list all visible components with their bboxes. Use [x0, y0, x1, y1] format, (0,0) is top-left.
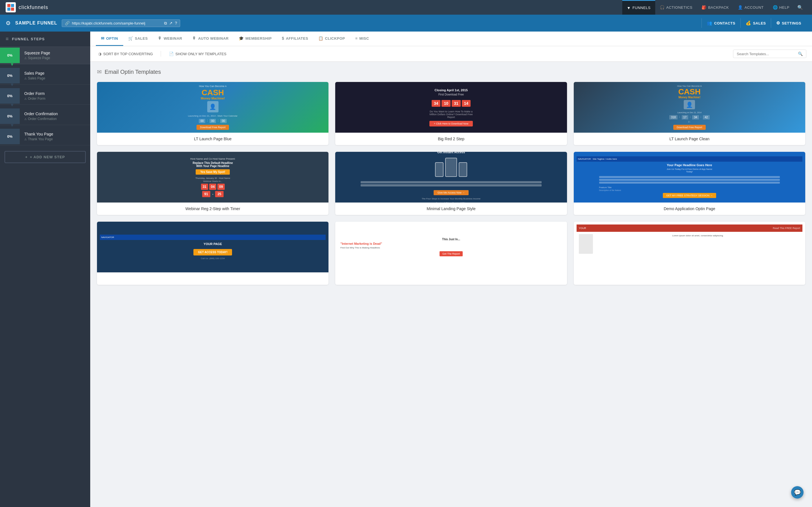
step-arrow-sales: ▼ — [10, 82, 14, 87]
step-info-thank-you: Thank You Page ⚠ Thank You Page — [20, 128, 90, 145]
template-label-webinar-reg: Webinar Reg 2-Step with Timer — [97, 203, 328, 215]
funnel-step-order-form[interactable]: 0% Order Form ⚠ Order Form — [0, 87, 90, 105]
settings-icon: ⚙ — [776, 20, 780, 25]
misc-tab-icon: ≡ — [355, 36, 358, 41]
template-card-demo[interactable]: NAVIGATOR · Site Tagline / motto here Yo… — [574, 152, 805, 215]
step-arrow-order-form: ▼ — [10, 103, 14, 108]
template-card-webinar-reg[interactable]: Host Name and Co Host Name Present: Repl… — [97, 152, 328, 215]
section-title: ✉ Email Optin Templates — [97, 68, 805, 75]
sales-header-icon: 💰 — [746, 20, 751, 25]
nav-item-funnels[interactable]: ▼ FUNNELS — [622, 0, 655, 15]
template-card-lt-launch-blue[interactable]: How You Can Become A CASH Money Machine!… — [97, 82, 328, 145]
template-thumb-webinar-reg: Host Name and Co Host Name Present: Repl… — [97, 152, 328, 203]
add-step-button[interactable]: + + ADD NEW STEP — [4, 151, 86, 163]
step-sub-label-sales: Sales Page — [28, 76, 45, 80]
step-info-squeeze: Squeeze Page ⚠ Squeeze Page — [20, 47, 90, 64]
template-card-navigator[interactable]: NAVIGATOR YOUR PAGE GET ACCESS TODAY! Ca… — [97, 222, 328, 285]
search-box: 🔍 — [733, 50, 806, 58]
nav-label-funnels: FUNNELS — [632, 6, 651, 10]
tab-affiliates[interactable]: $ AFFILIATES — [277, 32, 313, 46]
step-name-squeeze: Squeeze Page — [24, 51, 86, 55]
copy-url-button[interactable]: ⧉ — [164, 21, 167, 25]
template-label-lt-launch-clean: LT Launch Page Clean — [574, 133, 805, 145]
step-warning-icon-sales: ⚠ — [24, 77, 27, 80]
template-thumb-big-red-2step: Closing April 1st, 2015 First Download F… — [335, 82, 567, 133]
step-name-thank-you: Thank You Page — [24, 132, 86, 136]
add-icon: + — [26, 155, 28, 159]
step-arrow-squeeze: ▼ — [10, 62, 14, 67]
template-card-cover[interactable]: YOUR Read This FREE Report Lorem ipsum d… — [574, 222, 805, 285]
sort-button[interactable]: ◑ SORT BY TOP CONVERTING — [96, 50, 155, 57]
menu-icon: ≡ — [6, 36, 9, 42]
template-thumb-cover: YOUR Read This FREE Report Lorem ipsum d… — [574, 222, 805, 272]
nav-item-account[interactable]: 👤 ACCOUNT — [733, 0, 768, 15]
templates-grid: How You Can Become A CASH Money Machine!… — [97, 82, 805, 215]
sales-tab-icon: 🛒 — [128, 36, 133, 41]
step-sub-squeeze: ⚠ Squeeze Page — [24, 56, 86, 60]
nav-item-help[interactable]: 🌐 HELP — [768, 0, 794, 15]
template-label-navigator: Navigator — [97, 272, 328, 285]
tab-webinar[interactable]: 🎙 WEBINAR — [153, 32, 187, 46]
chat-bubble-button[interactable]: 💬 — [791, 486, 804, 499]
tab-auto-webinar[interactable]: 🎙 AUTO WEBINAR — [187, 32, 234, 46]
show-label: SHOW ONLY MY TEMPLATES — [175, 52, 226, 56]
show-my-templates-button[interactable]: 📄 SHOW ONLY MY TEMPLATES — [167, 50, 229, 57]
tab-clickpop[interactable]: 📋 CLICKPOP — [313, 32, 350, 46]
sales-button[interactable]: 💰 SALES — [741, 18, 771, 28]
template-card-minimal[interactable]: Get Instant Access Give Me Access Now → … — [335, 152, 567, 215]
misc-tab-label: MISC — [359, 36, 369, 41]
step-name-order-confirm: Order Confirmation — [24, 112, 86, 116]
step-sub-label-thank-you: Thank You Page — [28, 137, 53, 141]
funnel-url-bar: 🔗 https://kajabi.clickfunnels.com/sample… — [62, 19, 180, 27]
step-wrapper-sales: 0% Sales Page ⚠ Sales Page ▼ — [0, 67, 90, 84]
step-wrapper-order-form: 0% Order Form ⚠ Order Form ▼ — [0, 87, 90, 105]
tab-misc[interactable]: ≡ MISC — [350, 32, 374, 46]
tab-optin[interactable]: ✉ OPTIN — [96, 32, 123, 46]
template-card-lt-launch-clean[interactable]: How You Can Become A CASH Money Machine!… — [574, 82, 805, 145]
open-url-button[interactable]: ↗ — [169, 21, 172, 25]
template-label-lt-launch-blue: LT Launch Page Blue — [97, 133, 328, 145]
templates-content: ✉ Email Optin Templates How You Can Beco… — [90, 62, 812, 298]
search-icon[interactable]: 🔍 — [798, 52, 803, 56]
contacts-button[interactable]: 👥 CONTACTS — [702, 18, 741, 28]
tabs-bar: ✉ OPTIN 🛒 SALES 🎙 WEBINAR 🎙 AUTO WEBINAR… — [90, 32, 812, 46]
step-warning-icon-squeeze: ⚠ — [24, 57, 27, 60]
tab-membership[interactable]: 🎓 MEMBERSHIP — [234, 32, 277, 46]
contacts-icon: 👥 — [707, 20, 712, 25]
funnel-step-squeeze[interactable]: 0% Squeeze Page ⚠ Squeeze Page — [0, 47, 90, 64]
sidebar-title: FUNNEL STEPS — [12, 37, 45, 41]
logo-area: clickfunnels — [6, 2, 48, 12]
help-url-button[interactable]: ? — [175, 21, 177, 25]
search-input[interactable] — [737, 52, 796, 56]
template-thumb-navigator: NAVIGATOR YOUR PAGE GET ACCESS TODAY! Ca… — [97, 222, 328, 272]
logo-icon[interactable] — [6, 2, 16, 12]
tab-sales[interactable]: 🛒 SALES — [123, 32, 153, 46]
chat-icon: 💬 — [794, 489, 801, 496]
step-arrow-order-confirm: ▼ — [10, 123, 14, 128]
nav-item-backpack[interactable]: 🎒 BACKPACK — [697, 0, 733, 15]
template-label-cover: Cover — [574, 272, 805, 285]
step-name-sales: Sales Page — [24, 71, 86, 75]
contacts-label: CONTACTS — [714, 21, 735, 25]
funnel-step-order-confirm[interactable]: 0% Order Confirmation ⚠ Order Confirmati… — [0, 108, 90, 125]
url-link-icon: 🔗 — [65, 21, 70, 25]
funnel-step-sales[interactable]: 0% Sales Page ⚠ Sales Page — [0, 67, 90, 84]
template-thumb-lt-launch-clean: How You Can Become A CASH Money Machine!… — [574, 82, 805, 133]
step-sub-label-order-form: Order Form — [28, 97, 45, 101]
step-info-order-form: Order Form ⚠ Order Form — [20, 87, 90, 105]
main-layout: ≡ FUNNEL STEPS 0% Squeeze Page ⚠ Squeeze… — [0, 32, 812, 507]
step-sub-order-form: ⚠ Order Form — [24, 97, 86, 101]
account-icon: 👤 — [738, 5, 743, 10]
clickpop-tab-icon: 📋 — [318, 36, 323, 41]
search-button[interactable]: 🔍 — [794, 5, 806, 10]
funnel-step-thank-you[interactable]: 0% Thank You Page ⚠ Thank You Page — [0, 128, 90, 145]
template-card-big-red-2step[interactable]: Closing April 1st, 2015 First Download F… — [335, 82, 567, 145]
template-card-news[interactable]: This Just In... "Internet Marketing is D… — [335, 222, 567, 285]
nav-item-actionetics[interactable]: 🎧 ACTIONETICS — [655, 0, 697, 15]
settings-button[interactable]: ⚙ SETTINGS — [771, 18, 806, 28]
funnel-gear-icon[interactable]: ⚙ — [6, 20, 11, 26]
template-label-minimal: Minimal Landing Page Style — [335, 203, 567, 215]
step-wrapper-thank-you: 0% Thank You Page ⚠ Thank You Page — [0, 128, 90, 145]
show-templates-icon: 📄 — [169, 52, 174, 56]
clickpop-tab-label: CLICKPOP — [325, 36, 345, 41]
